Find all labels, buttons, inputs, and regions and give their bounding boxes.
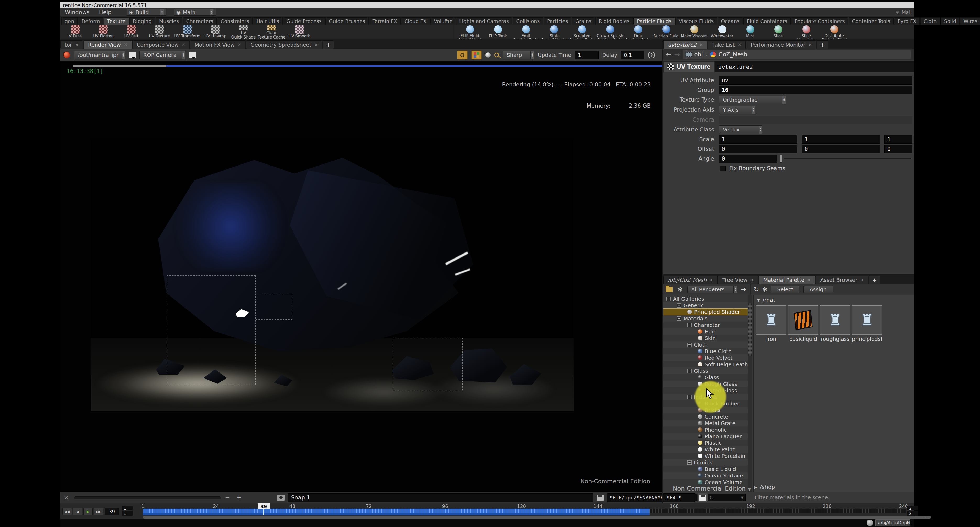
tree-row[interactable]: − Principled Shader: [663, 309, 748, 315]
close-icon[interactable]: ×: [808, 43, 812, 47]
node-type-tab[interactable]: UV Texture: [663, 61, 714, 72]
tree-row[interactable]: − Phenolic: [663, 427, 748, 433]
gallery-folder-icon[interactable]: [666, 287, 673, 292]
shelf-tool[interactable]: Slice Along Line: [792, 25, 820, 39]
material-tile[interactable]: ♜ basicliquid: [788, 306, 818, 342]
close-icon[interactable]: ×: [314, 43, 318, 47]
shelf-tool[interactable]: Make Viscous: [680, 25, 708, 39]
scale-x-field[interactable]: 1: [719, 135, 797, 143]
update-time-field[interactable]: 1: [575, 51, 598, 59]
tree-row[interactable]: − Liquids: [663, 459, 748, 466]
timeline-scrollbar[interactable]: ···: [143, 516, 931, 519]
shelf-tool[interactable]: Crown Splash Particle Fluid: [596, 25, 624, 39]
camera-icon[interactable]: [277, 495, 285, 500]
spinner-icon[interactable]: ▲▼: [759, 126, 762, 134]
projection-axis-select[interactable]: Y Axis ▲▼: [719, 105, 756, 114]
material-thumbnail[interactable]: ♜: [820, 306, 850, 335]
shelf-tool[interactable]: Distribute Particle Fluid: [820, 25, 848, 39]
shelf-tab[interactable]: Container Tools: [849, 17, 894, 25]
shelf-tool[interactable]: Slice: [764, 25, 792, 39]
tree-row[interactable]: − Red Velvet: [663, 354, 748, 361]
shelf-tab[interactable]: Cloud FX: [401, 17, 430, 25]
menu-windows[interactable]: Windows: [60, 9, 94, 16]
shelf-tool[interactable]: UV Smooth: [286, 25, 313, 39]
render-canvas[interactable]: 16:13:38[1] Rendering (14.8%)..... Elaps…: [60, 61, 662, 492]
shelf-tool[interactable]: UV Quick Shade: [229, 25, 258, 39]
render-button[interactable]: [64, 52, 70, 59]
material-tile[interactable]: ♜ iron: [756, 306, 786, 342]
spinner-icon[interactable]: ▲▼: [752, 106, 755, 114]
tree-row[interactable]: − Concrete: [663, 413, 748, 420]
desktop-build-select[interactable]: ⊞ Build ▲▼: [127, 9, 166, 16]
shelf-tab[interactable]: Volume: [430, 17, 456, 25]
uv-attribute-field[interactable]: uv: [719, 76, 912, 84]
clear-snapshot-icon[interactable]: ×: [64, 494, 68, 501]
shelf-tab[interactable]: Lights and Cameras: [456, 17, 512, 25]
shelf-tab[interactable]: Oceans: [718, 17, 743, 25]
material-thumbnail[interactable]: ♜: [756, 306, 786, 335]
tree-row[interactable]: − White Porcelain: [663, 453, 748, 459]
scale-y-field[interactable]: 1: [802, 135, 880, 143]
shelf-tool[interactable]: Sculpted Particle Fluid: [568, 25, 596, 39]
scroll-down-icon[interactable]: ▼: [748, 487, 751, 491]
shelf-tab[interactable]: Terrain FX: [369, 17, 401, 25]
tree-row[interactable]: − Ocean Volume: [663, 479, 748, 486]
spinner-icon[interactable]: ▲▼: [182, 51, 185, 59]
collapse-icon[interactable]: −: [677, 317, 681, 321]
transport-button[interactable]: ◀: [73, 508, 82, 515]
tree-row[interactable]: − Glass: [663, 374, 748, 381]
preview-toggle[interactable]: [471, 51, 482, 59]
close-icon[interactable]: ×: [238, 43, 241, 47]
tree-row[interactable]: − Glass: [663, 368, 748, 374]
playhead[interactable]: 39: [258, 503, 270, 509]
shelf-tool[interactable]: Whitewater: [708, 25, 736, 39]
pane-tab[interactable]: Render View ×: [84, 40, 132, 49]
shelf-tab[interactable]: Hair Utils: [253, 17, 283, 25]
spinner-icon[interactable]: ▲▼: [782, 96, 786, 104]
range-end-field[interactable]: 2: [907, 506, 918, 511]
spinner-icon[interactable]: ▲▼: [733, 286, 737, 293]
forward-icon[interactable]: →: [674, 51, 680, 59]
tree-row[interactable]: − Ocean Surface: [663, 472, 748, 479]
snapshot-slider[interactable]: [75, 496, 221, 500]
rop-selector[interactable]: /out/mantra_ipr ▲▼: [74, 51, 125, 59]
select-button[interactable]: Select: [771, 285, 799, 293]
collapse-icon[interactable]: −: [677, 303, 681, 307]
shelf-tool[interactable]: V Fuse: [61, 25, 89, 39]
apply-arrow-icon[interactable]: →: [741, 286, 746, 293]
pane-tab[interactable]: Motion FX View ×: [190, 40, 246, 49]
scale-z-field[interactable]: 1: [885, 135, 912, 143]
snapshot-path-field[interactable]: $HIP/ipr/$SNAPNAME.$F4.$: [607, 494, 695, 502]
angle-field[interactable]: 0: [719, 154, 777, 163]
transport-button[interactable]: ▶▶: [94, 508, 103, 515]
angle-slider-track[interactable]: [784, 158, 911, 159]
spinner-icon[interactable]: ▲▼: [122, 51, 125, 59]
shelf-tab[interactable]: Texture: [104, 17, 129, 25]
group-field[interactable]: 16: [719, 86, 912, 94]
shelf-tab[interactable]: Solid: [941, 17, 959, 25]
shelf-tab[interactable]: Pyro FX: [894, 17, 920, 25]
playback-start-field[interactable]: 1: [122, 511, 132, 516]
shelf-tool[interactable]: Suction Fluid: [652, 25, 680, 39]
shelf-tool[interactable]: FLIP Fluid from Object: [456, 25, 484, 39]
shelf-tool[interactable]: UV Pelt: [117, 25, 145, 39]
material-tile[interactable]: ♜ principledsh...: [852, 306, 882, 342]
pane-tab[interactable]: Geometry Spreadsheet ×: [246, 40, 322, 49]
shelf-tab[interactable]: Fluid Containers: [743, 17, 791, 25]
shelf-tab[interactable]: Grains: [572, 17, 595, 25]
save-snapshot-button[interactable]: [697, 493, 708, 502]
transport-button[interactable]: ◀◀: [62, 508, 72, 515]
choose-rop-icon[interactable]: [129, 52, 136, 58]
offset-z-field[interactable]: 0: [885, 145, 912, 153]
pane-tab[interactable]: Tree View ×: [718, 275, 758, 284]
timeline[interactable]: 124487296120144168192216240 39 ···: [143, 503, 905, 516]
spinner-icon[interactable]: ▲▼: [530, 51, 534, 59]
shelf-tool[interactable]: Drip Particle Fluid: [624, 25, 652, 39]
shelf-tab[interactable]: Populate Containers: [791, 17, 848, 25]
pane-divider-horizontal[interactable]: [663, 274, 914, 275]
tree-row[interactable]: − Soft Beige Leather: [663, 361, 748, 368]
tree-row[interactable]: − Generic: [663, 302, 748, 309]
spinner-icon[interactable]: ▲▼: [210, 9, 213, 16]
shelf-tab[interactable]: gon: [61, 17, 78, 25]
choose-camera-icon[interactable]: [189, 52, 196, 58]
